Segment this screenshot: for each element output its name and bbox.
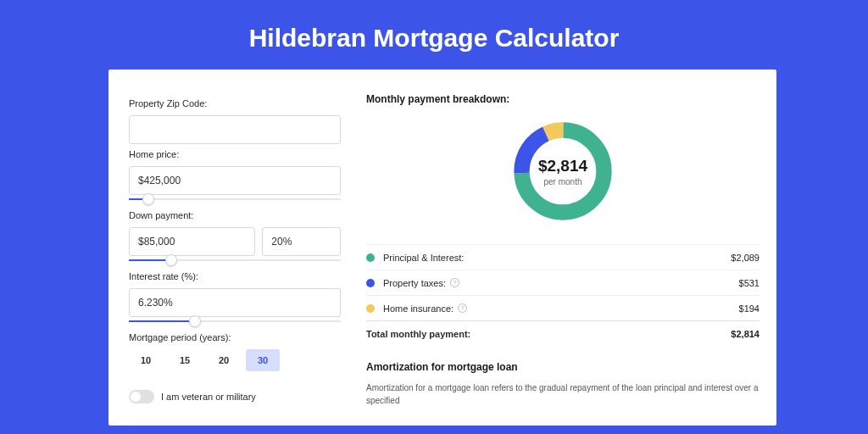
legend-dot-taxes [366, 279, 375, 287]
breakdown-heading: Monthly payment breakdown: [366, 93, 760, 105]
period-option-20[interactable]: 20 [207, 349, 241, 371]
veteran-toggle-knob [131, 392, 141, 402]
legend-dot-insurance [366, 304, 375, 313]
amortization-heading: Amortization for mortgage loan [366, 361, 760, 373]
legend-label-insurance: Home insurance: [383, 303, 453, 314]
rate-label: Interest rate (%): [129, 271, 341, 281]
down-label: Down payment: [129, 210, 341, 220]
rate-input[interactable] [129, 288, 341, 317]
legend-row-total: Total monthly payment: $2,814 [366, 320, 760, 346]
legend-label-taxes: Property taxes: [383, 278, 446, 288]
legend-label-principal: Principal & Interest: [383, 253, 464, 263]
legend-dot-principal [366, 253, 375, 262]
price-slider-thumb[interactable] [142, 193, 154, 205]
zip-label: Property Zip Code: [129, 98, 341, 108]
zip-input[interactable] [129, 115, 341, 144]
period-option-15[interactable]: 15 [168, 349, 202, 371]
page-title: Hildebran Mortgage Calculator [0, 0, 868, 70]
amortization-text: Amortization for a mortgage loan refers … [366, 381, 760, 407]
legend-row-principal: Principal & Interest: $2,089 [366, 244, 760, 270]
veteran-label: I am veteran or military [161, 392, 256, 402]
donut-sublabel: per month [538, 177, 587, 186]
price-input[interactable] [129, 166, 341, 195]
down-percent-input[interactable] [262, 227, 341, 256]
legend-value-total: $2,814 [731, 329, 760, 339]
legend-label-total: Total monthly payment: [366, 329, 470, 339]
legend-value-taxes: $531 [739, 278, 760, 288]
down-amount-input[interactable] [129, 227, 255, 256]
period-label: Mortgage period (years): [129, 332, 341, 342]
form-panel: Property Zip Code: Home price: Down paym… [129, 93, 341, 426]
period-option-10[interactable]: 10 [129, 349, 163, 371]
rate-slider-thumb[interactable] [189, 315, 201, 327]
calculator-card: Property Zip Code: Home price: Down paym… [108, 70, 776, 426]
price-slider[interactable] [129, 193, 341, 203]
info-icon[interactable]: ? [458, 303, 467, 313]
price-label: Home price: [129, 149, 341, 159]
down-slider-thumb[interactable] [165, 254, 177, 266]
legend-row-taxes: Property taxes: ? $531 [366, 270, 760, 295]
info-icon[interactable]: ? [450, 278, 459, 287]
legend-value-insurance: $194 [739, 303, 760, 314]
donut-chart: $2,814 per month [366, 117, 760, 225]
period-option-30[interactable]: 30 [246, 349, 280, 371]
legend-row-insurance: Home insurance: ? $194 [366, 295, 760, 320]
rate-slider-fill [129, 320, 195, 322]
veteran-toggle[interactable] [129, 390, 154, 403]
down-slider[interactable] [129, 254, 341, 264]
legend-value-principal: $2,089 [731, 253, 760, 263]
period-group: 10 15 20 30 [129, 349, 341, 371]
donut-amount: $2,814 [538, 157, 587, 175]
rate-slider[interactable] [129, 315, 341, 326]
breakdown-panel: Monthly payment breakdown: $2,814 per mo… [341, 93, 760, 426]
